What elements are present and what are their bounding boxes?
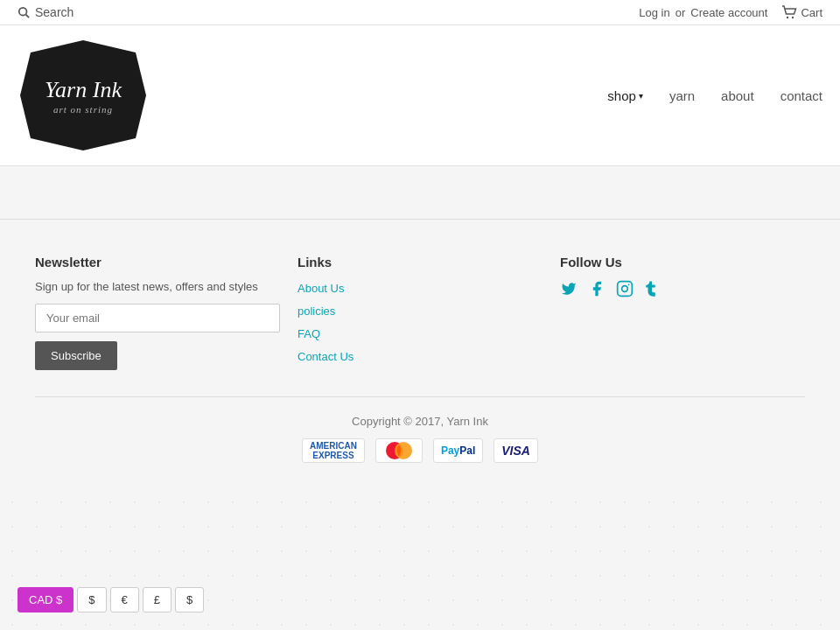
paypal-payment-icon: PayPal — [433, 438, 483, 463]
subscribe-button[interactable]: Subscribe — [35, 341, 117, 370]
instagram-icon[interactable] — [616, 280, 634, 302]
about-us-link[interactable]: About Us — [298, 282, 344, 295]
search-area[interactable]: Search — [18, 5, 74, 19]
svg-point-5 — [622, 286, 628, 292]
svg-point-0 — [19, 8, 27, 16]
contact-us-link[interactable]: Contact Us — [298, 350, 354, 363]
top-bar-right: Log in or Create account Cart — [639, 5, 822, 19]
social-title: Follow Us — [560, 255, 805, 270]
currency-eur[interactable]: € — [110, 587, 139, 612]
search-label: Search — [35, 5, 74, 19]
footer-bottom: Copyright © 2017, Yarn Ink AMERICANEXPRE… — [35, 396, 805, 463]
main-content — [0, 166, 840, 219]
footer: Newsletter Sign up for the latest news, … — [0, 219, 840, 480]
svg-point-3 — [792, 17, 794, 18]
nav-item-about[interactable]: about — [721, 88, 754, 103]
logo-subtitle: art on string — [53, 104, 113, 115]
twitter-icon[interactable] — [560, 281, 578, 301]
logo-container[interactable]: Yarn Ink art on string — [18, 34, 149, 157]
nav-links: shop yarn about contact — [607, 88, 822, 103]
list-item: FAQ — [298, 326, 542, 341]
social-icons — [560, 280, 805, 302]
nav-item-yarn[interactable]: yarn — [669, 88, 695, 103]
create-account-link[interactable]: Create account — [690, 6, 767, 19]
tumblr-icon[interactable] — [644, 280, 660, 302]
cart-icon — [781, 5, 797, 19]
list-item: About Us — [298, 280, 542, 296]
faq-link[interactable]: FAQ — [298, 327, 320, 340]
visa-payment-icon: VISA — [494, 438, 538, 463]
svg-point-2 — [787, 17, 788, 18]
links-title: Links — [298, 255, 542, 270]
facebook-icon[interactable] — [588, 280, 606, 302]
payment-icons: AMERICANEXPRESS PayPal VISA — [35, 438, 805, 463]
newsletter-title: Newsletter — [35, 255, 280, 270]
currency-usd[interactable]: $ — [77, 587, 106, 612]
amex-payment-icon: AMERICANEXPRESS — [302, 438, 365, 463]
copyright-text: Copyright © 2017, Yarn Ink — [35, 415, 805, 428]
login-link[interactable]: Log in — [639, 6, 669, 19]
top-bar: Search Log in or Create account Cart — [0, 0, 840, 25]
search-icon — [18, 6, 30, 18]
policies-link[interactable]: policies — [298, 304, 335, 318]
list-item: Contact Us — [298, 348, 542, 364]
currency-cad[interactable]: CAD $ — [18, 587, 74, 612]
currency-usd2[interactable]: $ — [175, 587, 204, 612]
svg-rect-4 — [618, 282, 633, 297]
mastercard-payment-icon — [375, 438, 423, 463]
svg-line-1 — [26, 15, 30, 18]
email-input[interactable] — [35, 304, 280, 332]
links-column: Links About Us policies FAQ Contact Us — [298, 255, 542, 370]
list-item: policies — [298, 303, 542, 318]
nav-item-contact[interactable]: contact — [780, 88, 822, 103]
or-separator: or — [676, 6, 686, 19]
nav-item-shop[interactable]: shop — [607, 88, 643, 103]
logo-badge: Yarn Ink art on string — [18, 34, 149, 157]
currency-switcher: CAD $ $ € £ $ — [18, 587, 204, 612]
currency-gbp[interactable]: £ — [143, 587, 172, 612]
newsletter-description: Sign up for the latest news, offers and … — [35, 280, 280, 293]
social-column: Follow Us — [560, 255, 805, 370]
footer-columns: Newsletter Sign up for the latest news, … — [35, 255, 805, 370]
main-nav: Yarn Ink art on string shop yarn about c… — [0, 25, 840, 166]
logo-title: Yarn Ink — [45, 76, 122, 103]
newsletter-column: Newsletter Sign up for the latest news, … — [35, 255, 280, 370]
footer-links-list: About Us policies FAQ Contact Us — [298, 280, 542, 364]
svg-point-6 — [628, 284, 630, 286]
cart-area[interactable]: Cart — [781, 5, 822, 19]
cart-label: Cart — [801, 6, 822, 19]
